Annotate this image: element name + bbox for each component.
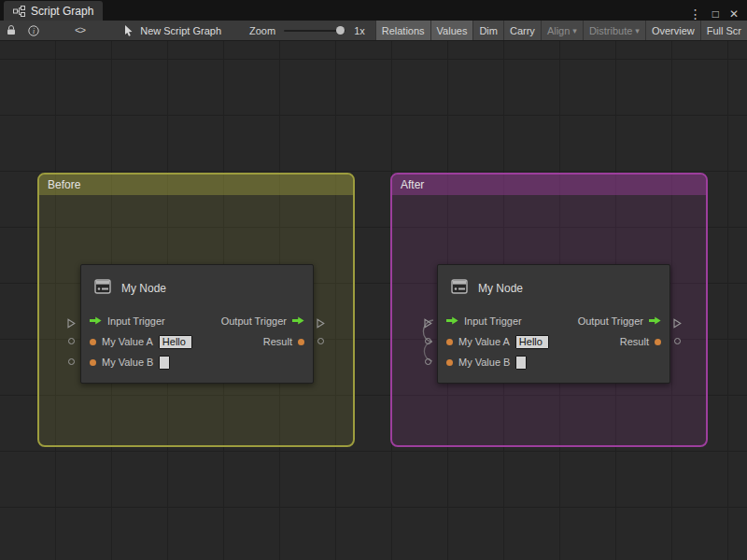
group-after-header[interactable]: After (392, 175, 706, 195)
script-graph-icon (13, 6, 25, 17)
flow-output-port[interactable] (673, 315, 682, 332)
group-before-label: Before (48, 178, 80, 191)
result-output-port[interactable] (317, 338, 324, 344)
value-b-input-port[interactable] (425, 358, 431, 365)
node-my-node[interactable]: My Node Input Trigger Output Trigger (437, 264, 670, 384)
external-input-ports (67, 264, 78, 384)
value-b-label: My Value B (458, 357, 510, 368)
group-before-header[interactable]: Before (39, 175, 353, 195)
node-wrap-before: My Node Input Trigger Output Trigger (65, 264, 329, 384)
port-row: Input Trigger Output Trigger (438, 311, 669, 331)
value-a-field[interactable] (515, 335, 549, 349)
close-icon[interactable]: ✕ (729, 8, 739, 20)
flow-output-port[interactable] (317, 315, 325, 332)
node-header[interactable]: My Node (81, 265, 313, 311)
flow-arrow-icon (446, 315, 458, 327)
graph-canvas[interactable]: Before After (0, 41, 747, 560)
port-row: My Value B (438, 352, 669, 372)
pointer-icon (124, 25, 134, 36)
graph-name: New Script Graph (124, 25, 221, 36)
input-trigger-label: Input Trigger (464, 315, 522, 327)
node-wrap-after: My Node Input Trigger Output Trigger (422, 264, 685, 384)
value-port-dot (90, 339, 96, 345)
value-b-input-port[interactable] (68, 358, 75, 365)
chevron-down-icon: ▾ (572, 26, 577, 35)
node-icon (92, 276, 113, 301)
overview-button[interactable]: Overview (645, 21, 700, 40)
value-a-label: My Value A (102, 336, 153, 347)
port-row: My Value A Result (438, 331, 669, 352)
zoom-slider[interactable] (284, 30, 345, 32)
zoom-control: Zoom 1x (249, 25, 365, 36)
port-row: My Value B (81, 352, 313, 372)
relations-button[interactable]: Relations (375, 21, 430, 40)
fullscreen-button[interactable]: Full Scr (700, 21, 747, 40)
zoom-slider-knob[interactable] (336, 26, 345, 35)
value-b-field[interactable] (515, 356, 527, 370)
tab-strip: Script Graph ⋮ □ ✕ (0, 0, 747, 21)
script-graph-window: Script Graph ⋮ □ ✕ i <> New Script Graph… (0, 0, 747, 560)
value-port-dot (90, 359, 96, 366)
align-button: Align▾ (541, 21, 583, 40)
lock-icon[interactable] (7, 25, 16, 35)
info-icon[interactable]: i (28, 25, 39, 36)
zoom-label: Zoom (249, 25, 275, 36)
value-port-dot (446, 339, 453, 345)
carry-button[interactable]: Carry (503, 21, 541, 40)
result-label: Result (263, 336, 292, 347)
value-port-dot (446, 359, 453, 366)
output-trigger-label: Output Trigger (578, 315, 643, 327)
distribute-button: Distribute▾ (583, 21, 645, 40)
value-b-field[interactable] (159, 356, 170, 370)
flow-arrow-icon (649, 315, 661, 327)
flow-input-port[interactable] (67, 315, 76, 332)
chevron-down-icon: ▾ (635, 26, 640, 35)
node-icon (449, 276, 470, 301)
value-a-input-port[interactable] (68, 338, 75, 344)
value-a-label: My Value A (458, 336, 510, 347)
value-b-label: My Value B (102, 357, 153, 368)
graph-name-label: New Script Graph (140, 25, 221, 36)
node-title: My Node (478, 282, 523, 295)
input-trigger-label: Input Trigger (107, 315, 165, 327)
menu-kebab-icon[interactable]: ⋮ (689, 7, 702, 21)
node-my-node[interactable]: My Node Input Trigger Output Trigger (80, 264, 314, 384)
window-controls: ⋮ □ ✕ (689, 7, 747, 21)
port-row: My Value A Result (81, 331, 313, 352)
result-output-port[interactable] (674, 338, 681, 344)
flow-input-port[interactable] (424, 315, 432, 332)
code-icon[interactable]: <> (75, 25, 85, 36)
zoom-value: 1x (354, 25, 365, 36)
external-output-ports (673, 264, 684, 384)
value-port-dot (655, 339, 661, 345)
port-row: Input Trigger Output Trigger (81, 311, 313, 331)
flow-arrow-icon (292, 315, 304, 327)
value-a-input-port[interactable] (425, 338, 431, 344)
tab-script-graph[interactable]: Script Graph (4, 1, 103, 21)
svg-text:i: i (33, 26, 35, 35)
value-port-dot (298, 339, 304, 345)
external-output-ports (317, 264, 328, 384)
maximize-icon[interactable]: □ (712, 8, 719, 20)
graph-toolbar: i <> New Script Graph Zoom 1x Relations … (0, 21, 747, 41)
group-after-label: After (401, 178, 424, 191)
output-trigger-label: Output Trigger (221, 315, 287, 327)
dim-button[interactable]: Dim (472, 21, 503, 40)
tab-label: Script Graph (31, 5, 93, 18)
external-input-ports (424, 264, 435, 384)
node-title: My Node (121, 282, 166, 295)
flow-arrow-icon (90, 315, 102, 327)
node-header[interactable]: My Node (438, 265, 669, 311)
value-a-field[interactable] (159, 335, 192, 349)
toolbar-buttons: Relations Values Dim Carry Align▾ Distri… (375, 21, 747, 40)
result-label: Result (620, 336, 649, 347)
values-button[interactable]: Values (430, 21, 473, 40)
